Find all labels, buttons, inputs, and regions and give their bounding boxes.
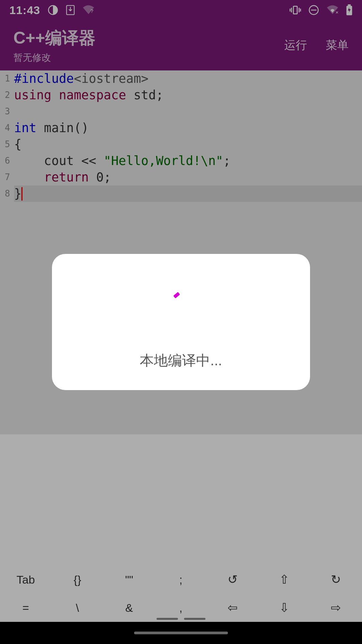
wifi-off-icon: × — [326, 5, 339, 15]
status-time: 11:43 — [9, 4, 40, 17]
menu-button[interactable]: 菜单 — [326, 38, 349, 53]
line-number: 4 — [0, 120, 10, 136]
keyboard-pager — [157, 618, 205, 620]
code-line[interactable]: cout << "Hello,World!\n"; — [14, 153, 362, 169]
line-number: 1 — [0, 70, 10, 87]
key-ampersand[interactable]: & — [104, 594, 155, 622]
key-equals[interactable]: = — [0, 594, 52, 622]
line-number: 5 — [0, 136, 10, 153]
vibrate-icon — [290, 5, 301, 15]
code-line[interactable] — [14, 103, 362, 120]
code-line[interactable]: } — [14, 185, 362, 202]
keyboard-row-1: Tab{}"";↺⇧↻ — [0, 566, 362, 594]
battery-charging-icon — [346, 4, 353, 16]
app-bar: C++编译器 暂无修改 运行 菜单 — [0, 20, 362, 70]
line-gutter: 12345678 — [0, 70, 12, 434]
text-cursor — [21, 187, 22, 201]
redo-icon[interactable]: ↻ — [310, 566, 362, 594]
wifi-question-icon: ? — [82, 5, 95, 15]
arrow-left-icon[interactable]: ⇦ — [207, 594, 258, 622]
svg-text:?: ? — [90, 8, 93, 14]
line-number: 8 — [0, 185, 10, 202]
code-content[interactable]: #include<iostream>using namespace std;in… — [12, 70, 362, 434]
code-line[interactable]: using namespace std; — [14, 87, 362, 103]
status-left: 11:43 ? — [9, 4, 95, 17]
code-line[interactable]: #include<iostream> — [14, 70, 362, 87]
status-right: × — [290, 4, 353, 16]
line-number: 2 — [0, 87, 10, 103]
line-number: 3 — [0, 103, 10, 120]
key-braces[interactable]: {} — [52, 566, 103, 594]
undo-icon[interactable]: ↺ — [207, 566, 258, 594]
code-line[interactable]: { — [14, 136, 362, 153]
key-backslash[interactable]: \ — [52, 594, 103, 622]
system-nav-bar — [0, 622, 362, 644]
app-bar-title-group: C++编译器 暂无修改 — [13, 27, 284, 64]
code-line[interactable]: int main() — [14, 120, 362, 136]
svg-rect-8 — [348, 4, 351, 6]
key-quotes[interactable]: "" — [104, 566, 155, 594]
app-bar-actions: 运行 菜单 — [284, 38, 349, 53]
svg-rect-3 — [293, 6, 297, 14]
app-subtitle: 暂无修改 — [13, 51, 284, 64]
pager-dot — [157, 618, 178, 620]
svg-text:×: × — [336, 9, 339, 15]
app-title: C++编译器 — [13, 27, 284, 49]
arrow-right-icon[interactable]: ⇨ — [310, 594, 362, 622]
key-semicolon[interactable]: ; — [155, 566, 207, 594]
theme-icon — [48, 5, 58, 15]
code-editor[interactable]: 12345678 #include<iostream>using namespa… — [0, 70, 362, 434]
key-tab[interactable]: Tab — [0, 566, 52, 594]
line-number: 7 — [0, 169, 10, 185]
symbol-keyboard: Tab{}"";↺⇧↻ =\&,⇦⇩⇨ — [0, 566, 362, 622]
dnd-icon — [308, 5, 319, 15]
code-line[interactable]: return 0; — [14, 169, 362, 185]
line-number: 6 — [0, 153, 10, 169]
arrow-down-icon[interactable]: ⇩ — [258, 594, 310, 622]
download-icon — [66, 5, 75, 15]
pager-dot — [184, 618, 205, 620]
status-bar: 11:43 ? × — [0, 0, 362, 20]
run-button[interactable]: 运行 — [284, 38, 307, 53]
arrow-up-icon[interactable]: ⇧ — [258, 566, 310, 594]
nav-pill[interactable] — [134, 632, 228, 634]
